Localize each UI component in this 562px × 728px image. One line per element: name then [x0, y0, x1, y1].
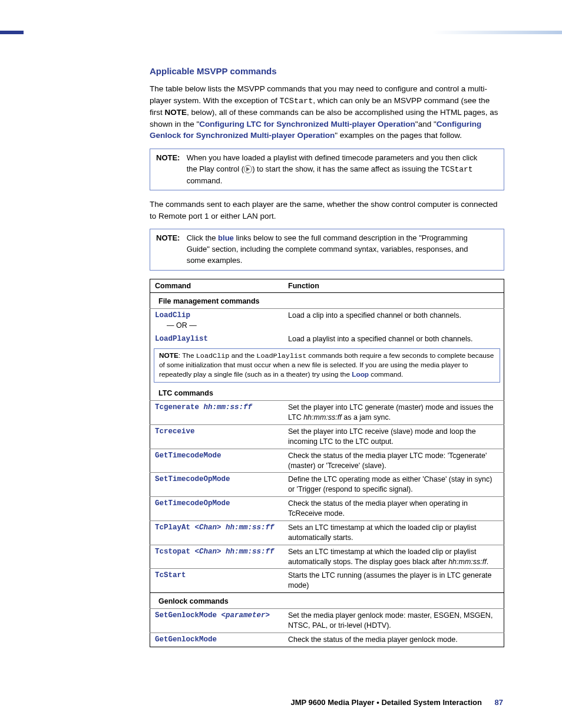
- note-label: NOTE:: [156, 153, 184, 164]
- note-label: NOTE: [159, 351, 178, 360]
- fn-text: Load a clip into a specified channel or …: [283, 308, 504, 332]
- note-body: When you have loaded a playlist with def…: [187, 153, 487, 187]
- cmd-tcstart[interactable]: TcStart: [150, 569, 284, 593]
- text: Click the: [187, 233, 218, 242]
- table-row: SetTimecodeOpModeDefine the LTC operatin…: [150, 473, 504, 497]
- cmd-setgenlockmode[interactable]: SetGenlockMode <parameter>: [150, 609, 284, 633]
- table-row: LoadPlaylistLoad a playlist into a speci…: [150, 332, 504, 346]
- cmd-gettimecodemode[interactable]: GetTimecodeMode: [150, 449, 284, 473]
- fn-text: Sets an LTC timestamp at which the loade…: [283, 545, 504, 569]
- fn-text: Load a playlist into a specified channel…: [283, 332, 504, 346]
- fn-text: Check the status of the media player gen…: [283, 633, 504, 647]
- group-genlock: Genlock commands: [150, 593, 504, 609]
- table-row: GetTimecodeModeCheck the status of the m…: [150, 449, 504, 473]
- fn-text: Set the player into LTC generate (master…: [283, 401, 504, 425]
- section-heading: Applicable MSVPP commands: [150, 66, 504, 76]
- footer-text: JMP 9600 Media Player • Detailed System …: [291, 698, 482, 707]
- page-footer: JMP 9600 Media Player • Detailed System …: [0, 698, 562, 707]
- page-number: 87: [495, 698, 503, 707]
- text: command.: [369, 370, 403, 378]
- table-row: SetGenlockMode <parameter>Set the media …: [150, 609, 504, 633]
- commands-table: CommandFunction File management commands…: [150, 279, 504, 647]
- note-box-1: NOTE: When you have loaded a playlist wi…: [150, 149, 504, 191]
- table-row: Tcgenerate hh:mm:ss:ffSet the player int…: [150, 401, 504, 425]
- inline-code: LoadPlaylist: [256, 352, 306, 360]
- table-row: LoadClip— OR —Load a clip into a specifi…: [150, 308, 504, 332]
- table-row: TcPlayAt <Chan> hh:mm:ss:ffSets an LTC t…: [150, 521, 504, 545]
- cmd-getgenlockmode[interactable]: GetGenlockMode: [150, 633, 284, 647]
- table-row: TcStartStarts the LTC running (assumes t…: [150, 569, 504, 593]
- inline-code: LoadClip: [196, 352, 230, 360]
- note-ref: NOTE: [165, 108, 187, 117]
- table-row: GetTimecodeOpModeCheck the status of the…: [150, 497, 504, 521]
- col-function: Function: [283, 279, 504, 293]
- main-content: Applicable MSVPP commands The table belo…: [150, 66, 504, 647]
- group-ltc: LTC commands: [150, 385, 504, 400]
- cmd-tcplayat[interactable]: TcPlayAt <Chan> hh:mm:ss:ff: [150, 521, 284, 545]
- inline-code-tcstart: TCStart: [441, 165, 473, 174]
- cmd-tcstopat[interactable]: Tcstopat <Chan> hh:mm:ss:ff: [150, 545, 284, 569]
- cmd-gettimecodeopmode[interactable]: GetTimecodeOpMode: [150, 497, 284, 521]
- text: ) to start the show, it has the same aff…: [252, 164, 441, 173]
- text: "and ": [415, 120, 437, 129]
- text: " examples on the pages that follow.: [335, 131, 462, 140]
- or-text: — OR —: [155, 321, 279, 331]
- blue-word: blue: [218, 233, 234, 242]
- cmd-loadclip[interactable]: LoadClip— OR —: [150, 308, 284, 332]
- paragraph-2: The commands sent to each player are the…: [150, 199, 504, 222]
- cmd-settimecodeopmode[interactable]: SetTimecodeOpMode: [150, 473, 284, 497]
- fn-text: Set the media player genlock mode: maste…: [283, 609, 504, 633]
- inline-code-tcstart: TCStart: [280, 97, 313, 106]
- header-gradient: [432, 31, 562, 34]
- table-row: Tcstopat <Chan> hh:mm:ss:ffSets an LTC t…: [150, 545, 504, 569]
- text: The: [182, 351, 196, 360]
- cmd-tcreceive[interactable]: Tcreceive: [150, 424, 284, 449]
- col-command: Command: [150, 279, 284, 293]
- link-config-ltc[interactable]: Configuring LTC for Synchronized Multi-p…: [199, 120, 415, 129]
- table-row: GetGenlockModeCheck the status of the me…: [150, 633, 504, 647]
- text: and the: [229, 351, 256, 360]
- link-loop[interactable]: Loop: [352, 370, 369, 378]
- fn-text: Check the status of the media player whe…: [283, 497, 504, 521]
- note-body: Click the blue links below to see the fu…: [187, 233, 487, 266]
- text: command.: [187, 176, 223, 185]
- cmd-tcgenerate[interactable]: Tcgenerate hh:mm:ss:ff: [150, 401, 284, 425]
- fn-text: Set the player into LTC receive (slave) …: [283, 424, 504, 449]
- note-box-2: NOTE: Click the blue links below to see …: [150, 229, 504, 271]
- fn-text: Define the LTC operating mode as either …: [283, 473, 504, 497]
- intro-paragraph: The table below lists the MSVPP commands…: [150, 83, 504, 141]
- table-row: TcreceiveSet the player into LTC receive…: [150, 424, 504, 449]
- group-file-mgmt: File management commands: [150, 293, 504, 309]
- header-accent-bar: [0, 31, 24, 34]
- cmd-loadplaylist[interactable]: LoadPlaylist: [150, 332, 284, 346]
- fn-text: Starts the LTC running (assumes the play…: [283, 569, 504, 593]
- play-icon: [244, 165, 252, 173]
- fn-text: Check the status of the media player LTC…: [283, 449, 504, 473]
- note-label: NOTE:: [156, 233, 184, 244]
- fn-text: Sets an LTC timestamp at which the loade…: [283, 521, 504, 545]
- inner-note: NOTE: The LoadClip and the LoadPlaylist …: [154, 348, 500, 383]
